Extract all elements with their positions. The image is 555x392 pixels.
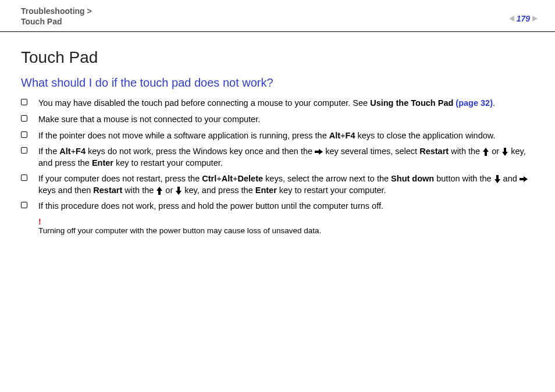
next-page-icon[interactable] xyxy=(532,16,538,22)
list-item: If the Alt+F4 keys do not work, press th… xyxy=(21,146,534,169)
bullet-icon xyxy=(21,115,27,122)
warning-text: Turning off your computer with the power… xyxy=(38,226,534,235)
bullet-icon xyxy=(21,147,27,154)
warning-note: ! Turning off your computer with the pow… xyxy=(38,217,534,235)
list-item: Make sure that a mouse is not connected … xyxy=(21,114,534,126)
breadcrumb-line2: Touch Pad xyxy=(21,17,62,26)
troubleshoot-list: You may have disabled the touch pad befo… xyxy=(21,98,534,212)
page-header: Troubleshooting > Touch Pad 179 xyxy=(0,0,555,32)
arrow-up-icon xyxy=(156,187,163,195)
breadcrumb: Troubleshooting > Touch Pad xyxy=(21,6,92,27)
bullet-icon xyxy=(21,174,27,181)
page-link[interactable]: (page 32) xyxy=(456,98,493,108)
page-title: Touch Pad xyxy=(21,48,534,67)
bullet-icon xyxy=(21,131,27,138)
list-item: You may have disabled the touch pad befo… xyxy=(21,98,534,109)
list-item: If this procedure does not work, press a… xyxy=(21,201,534,212)
list-item: If your computer does not restart, press… xyxy=(21,173,534,196)
bullet-icon xyxy=(21,202,27,208)
page-number: 179 xyxy=(517,14,530,23)
list-item: If the pointer does not move while a sof… xyxy=(21,130,534,142)
section-heading: What should I do if the touch pad does n… xyxy=(21,76,534,90)
arrow-right-icon xyxy=(520,176,528,183)
arrow-right-icon xyxy=(315,148,323,155)
arrow-down-icon xyxy=(501,148,508,156)
breadcrumb-line1: Troubleshooting > xyxy=(21,6,92,16)
arrow-down-icon xyxy=(494,175,501,183)
arrow-up-icon xyxy=(482,148,489,156)
page-content: Touch Pad What should I do if the touch … xyxy=(0,32,555,235)
prev-page-icon[interactable] xyxy=(509,16,514,22)
bullet-icon xyxy=(21,99,27,105)
arrow-down-icon xyxy=(175,187,182,195)
warning-mark-icon: ! xyxy=(38,217,534,226)
page-number-nav: 179 xyxy=(509,14,538,23)
